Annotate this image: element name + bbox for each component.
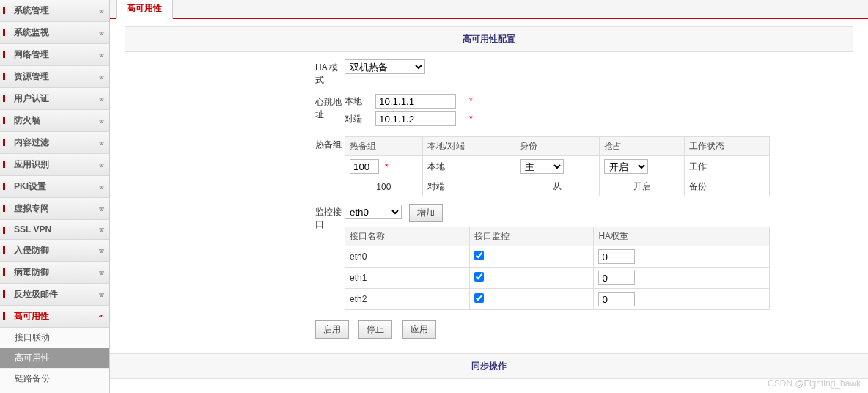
cell-iface: eth2 bbox=[345, 289, 470, 310]
weight-input[interactable] bbox=[598, 249, 635, 264]
nav-app-recognition[interactable]: 应用识别vv bbox=[0, 154, 109, 176]
chevron-down-icon: vv bbox=[99, 117, 102, 125]
nav-antispam[interactable]: 反垃圾邮件vv bbox=[0, 284, 109, 306]
table-row: * 本地 主 开启 工作 bbox=[345, 156, 770, 177]
nav-network-mgmt[interactable]: 网络管理vv bbox=[0, 44, 109, 66]
add-button[interactable]: 增加 bbox=[409, 204, 443, 222]
group-table: 热备组 本地/对端 身份 抢占 工作状态 * 本地 主 开启 工作 bbox=[345, 136, 770, 196]
nav-ssl-vpn[interactable]: SSL VPNvv bbox=[0, 220, 109, 240]
chevron-down-icon: vv bbox=[99, 183, 102, 191]
chevron-down-icon: vv bbox=[99, 51, 102, 59]
nav-resource-mgmt[interactable]: 资源管理vv bbox=[0, 66, 109, 88]
enable-button[interactable]: 启用 bbox=[315, 320, 349, 339]
apply-button[interactable]: 应用 bbox=[402, 320, 436, 339]
stop-button[interactable]: 停止 bbox=[358, 320, 392, 339]
label-peer: 对端 bbox=[345, 113, 368, 125]
nav-firewall[interactable]: 防火墙vv bbox=[0, 110, 109, 132]
th-iface-mon: 接口监控 bbox=[469, 227, 594, 246]
cell-side: 对端 bbox=[422, 177, 515, 196]
nav-ips[interactable]: 入侵防御vv bbox=[0, 240, 109, 262]
sub-interface-link[interactable]: 接口联动 bbox=[0, 328, 109, 348]
table-row: eth1 bbox=[345, 268, 770, 289]
label-ha-mode: HA 模式 bbox=[125, 59, 345, 87]
sub-ha[interactable]: 高可用性 bbox=[0, 348, 109, 369]
chevron-down-icon: vv bbox=[99, 205, 102, 213]
label-monitor: 监控接口 bbox=[125, 204, 345, 231]
th-status: 工作状态 bbox=[685, 137, 770, 156]
preempt-select[interactable]: 开启 bbox=[604, 159, 648, 174]
chevron-down-icon: vv bbox=[99, 7, 102, 15]
chevron-down-icon: vv bbox=[99, 269, 102, 276]
role-select[interactable]: 主 bbox=[520, 159, 564, 174]
label-group: 热备组 bbox=[125, 136, 345, 151]
nav-system-monitor[interactable]: 系统监视vv bbox=[0, 22, 109, 44]
tab-ha[interactable]: 高可用性 bbox=[116, 0, 173, 19]
chevron-down-icon: vv bbox=[99, 139, 102, 147]
weight-input[interactable] bbox=[598, 292, 635, 306]
chevron-down-icon: vv bbox=[99, 73, 102, 81]
monitor-checkbox[interactable] bbox=[474, 272, 484, 282]
cell-group: 100 bbox=[345, 177, 423, 196]
nav-vpn[interactable]: 虚拟专网vv bbox=[0, 198, 109, 220]
chevron-up-icon: ^^ bbox=[98, 313, 102, 320]
chevron-down-icon: vv bbox=[99, 161, 102, 169]
weight-input[interactable] bbox=[598, 271, 635, 285]
cell-status: 工作 bbox=[685, 156, 770, 177]
cell-iface: eth0 bbox=[345, 246, 470, 268]
required-icon: * bbox=[385, 162, 389, 172]
nav-pki[interactable]: PKI设置vv bbox=[0, 176, 109, 198]
table-row: eth2 bbox=[345, 289, 770, 310]
th-group: 热备组 bbox=[345, 137, 423, 156]
chevron-down-icon: vv bbox=[99, 247, 102, 254]
sidebar: 系统管理vv 系统监视vv 网络管理vv 资源管理vv 用户认证vv 防火墙vv… bbox=[0, 0, 110, 393]
section-config-title: 高可用性配置 bbox=[125, 26, 853, 52]
section-sync-title: 同步操作 bbox=[110, 353, 868, 379]
monitor-checkbox[interactable] bbox=[474, 293, 484, 303]
table-row: eth0 bbox=[345, 246, 770, 268]
sub-link-backup[interactable]: 链路备份 bbox=[0, 369, 109, 389]
peer-addr-input[interactable] bbox=[375, 111, 456, 126]
monitor-iface-select[interactable]: eth0 bbox=[345, 205, 402, 219]
cell-status: 备份 bbox=[685, 177, 770, 196]
nav-antivirus[interactable]: 病毒防御vv bbox=[0, 262, 109, 284]
group-id-input[interactable] bbox=[350, 159, 379, 174]
nav-ha[interactable]: 高可用性^^ bbox=[0, 306, 109, 328]
th-preempt: 抢占 bbox=[600, 137, 685, 156]
tab-bar: 高可用性 bbox=[110, 0, 868, 19]
chevron-down-icon: vv bbox=[99, 291, 102, 298]
nav-system-mgmt[interactable]: 系统管理vv bbox=[0, 0, 109, 22]
required-icon: * bbox=[469, 114, 473, 124]
chevron-down-icon: vv bbox=[99, 95, 102, 103]
table-row: 100 对端 从 开启 备份 bbox=[345, 177, 770, 196]
label-heartbeat: 心跳地址 bbox=[125, 94, 345, 121]
th-weight: HA权重 bbox=[594, 227, 770, 246]
nav-content-filter[interactable]: 内容过滤vv bbox=[0, 132, 109, 154]
th-iface-name: 接口名称 bbox=[345, 227, 470, 246]
required-icon: * bbox=[469, 96, 473, 106]
sub-slb[interactable]: 服务器负载均衡 bbox=[0, 389, 109, 393]
main-content: 高可用性 高可用性配置 HA 模式 双机热备 心跳地址 本地 * bbox=[110, 0, 868, 393]
th-side: 本地/对端 bbox=[422, 137, 515, 156]
cell-role: 从 bbox=[515, 177, 600, 196]
monitor-table: 接口名称 接口监控 HA权重 eth0 eth1 bbox=[345, 227, 770, 310]
monitor-checkbox[interactable] bbox=[474, 251, 484, 260]
ha-mode-select[interactable]: 双机热备 bbox=[345, 59, 425, 74]
cell-preempt: 开启 bbox=[600, 177, 685, 196]
th-role: 身份 bbox=[515, 137, 600, 156]
label-local: 本地 bbox=[345, 95, 368, 108]
nav-user-auth[interactable]: 用户认证vv bbox=[0, 88, 109, 110]
chevron-down-icon: vv bbox=[99, 226, 102, 233]
chevron-down-icon: vv bbox=[99, 29, 102, 37]
cell-iface: eth1 bbox=[345, 268, 470, 289]
local-addr-input[interactable] bbox=[375, 94, 456, 109]
cell-side: 本地 bbox=[422, 156, 515, 177]
